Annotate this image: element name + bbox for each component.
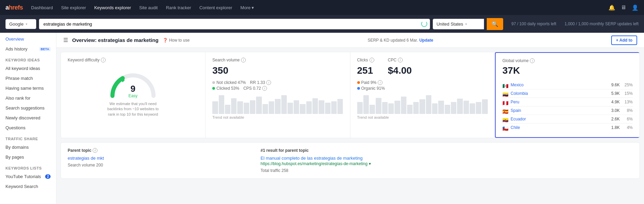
clicks-trend: Trend not available bbox=[357, 115, 488, 119]
logo: ahrefs bbox=[5, 4, 23, 11]
country-name[interactable]: Chile bbox=[511, 125, 612, 130]
display-icon[interactable]: 🖥 bbox=[621, 4, 626, 11]
sidebar-item-keyword-search[interactable]: Keyword Search bbox=[0, 181, 56, 191]
rr-info-icon[interactable]: i bbox=[266, 80, 271, 85]
search-button[interactable]: 🔍 bbox=[487, 18, 503, 30]
country-name[interactable]: Spain bbox=[511, 108, 612, 113]
sidebar-item-also-rank-for[interactable]: Also rank for bbox=[0, 93, 56, 103]
add-to-button[interactable]: + Add to bbox=[611, 35, 637, 45]
country-percent: 25% bbox=[622, 83, 633, 87]
sidebar-item-by-pages[interactable]: By pages bbox=[0, 152, 56, 162]
sidebar-item-having-same-terms[interactable]: Having same terms bbox=[0, 83, 56, 93]
paid-dot bbox=[357, 81, 360, 84]
sidebar-ads-history-label: Ads history bbox=[5, 46, 27, 52]
sidebar-item-questions[interactable]: Questions bbox=[0, 123, 56, 133]
sidebar-also-rank-for-label: Also rank for bbox=[5, 96, 30, 101]
nav-rank-tracker[interactable]: Rank tracker bbox=[166, 5, 191, 10]
country-percent: 15% bbox=[622, 91, 633, 96]
paid-stat: Paid 9% i bbox=[357, 80, 488, 85]
country-flag: 🇲🇽 bbox=[502, 83, 508, 87]
organic-stat: Organic 91% bbox=[357, 86, 488, 91]
result-label: #1 result for parent topic bbox=[260, 148, 633, 153]
question-icon: ❓ bbox=[163, 38, 168, 43]
update-link[interactable]: Update bbox=[419, 38, 433, 43]
sidebar-item-ads-history[interactable]: Ads history BETA bbox=[0, 44, 56, 54]
cps-info-icon[interactable]: i bbox=[262, 86, 267, 91]
clicks-info-icon[interactable]: i bbox=[370, 58, 374, 62]
country-list: 🇲🇽 Mexico 9.6K 25% 🇨🇴 Colombia 5.9K 15% … bbox=[502, 81, 633, 132]
sidebar-phrase-match-label: Phrase match bbox=[5, 76, 33, 81]
country-flag: 🇪🇨 bbox=[502, 117, 508, 121]
not-clicked-dot bbox=[212, 81, 215, 84]
country-name[interactable]: Colombia bbox=[511, 91, 612, 96]
country-value: 1.8K bbox=[611, 125, 620, 130]
nav-dashboard[interactable]: Dashboard bbox=[31, 5, 53, 10]
country-percent: 4% bbox=[622, 125, 633, 130]
country-row: 🇨🇱 Chile 1.8K 4% bbox=[502, 123, 633, 132]
menu-icon[interactable]: ☰ bbox=[63, 37, 68, 43]
keyword-difficulty-card: Keyword difficulty i 9 Easy bbox=[61, 52, 205, 138]
daily-reports-stat: 97 / 100 daily reports left bbox=[511, 21, 556, 26]
search-volume-value: 350 bbox=[212, 65, 343, 76]
monthly-serp-stat: 1,000 / 1,000 monthly SERP updates left bbox=[564, 21, 639, 26]
nav-more[interactable]: More ▾ bbox=[240, 5, 254, 10]
global-volume-info-icon[interactable]: i bbox=[530, 58, 535, 63]
nav-site-explorer[interactable]: Site explorer bbox=[61, 5, 86, 10]
sidebar-item-all-keyword-ideas[interactable]: All keyword ideas bbox=[0, 63, 56, 73]
sidebar-newly-discovered-label: Newly discovered bbox=[5, 115, 40, 120]
how-to-use-label: How to use bbox=[169, 38, 190, 43]
parent-topic-left: Parent topic i estrategias de mkt Search… bbox=[68, 148, 254, 173]
country-row: 🇪🇨 Ecuador 2.6K 6% bbox=[502, 115, 633, 123]
user-icon[interactable]: 👤 bbox=[632, 4, 639, 11]
sidebar-search-suggestions-label: Search suggestions bbox=[5, 105, 44, 111]
svg-text:9: 9 bbox=[131, 84, 135, 94]
page-title: Overview: estrategias de marketing bbox=[72, 37, 159, 43]
loading-icon bbox=[421, 21, 427, 27]
nav-content-explorer[interactable]: Content explorer bbox=[199, 5, 232, 10]
country-percent: 13% bbox=[622, 100, 633, 104]
sidebar-section-keywords-lists: Keywords lists bbox=[0, 162, 56, 172]
sidebar-item-search-suggestions[interactable]: Search suggestions bbox=[0, 103, 56, 113]
sidebar-item-by-domains[interactable]: By domains bbox=[0, 142, 56, 152]
nav-keywords-explorer[interactable]: Keywords explorer bbox=[94, 5, 131, 10]
search-volume-label: Search volume i bbox=[212, 58, 343, 62]
notification-icon[interactable]: 🔔 bbox=[608, 4, 615, 11]
country-name[interactable]: Mexico bbox=[511, 83, 612, 87]
result-title-link[interactable]: El manual completo de las estrategias de… bbox=[260, 156, 633, 161]
country-value: 4.9K bbox=[611, 100, 620, 104]
country-chevron: ▾ bbox=[465, 22, 467, 26]
sidebar-item-newly-discovered[interactable]: Newly discovered bbox=[0, 113, 56, 123]
paid-info-icon[interactable]: i bbox=[378, 80, 383, 85]
result-url[interactable]: https://blog.hubspot.es/marketing/estrat… bbox=[260, 161, 633, 166]
search-volume-info-icon[interactable]: i bbox=[241, 58, 246, 62]
clicks-card: Clicks i 251 CPC i $4.00 bbox=[350, 52, 495, 138]
metrics-grid: Keyword difficulty i 9 Easy bbox=[61, 52, 640, 138]
global-volume-label: Global volume i bbox=[502, 58, 633, 63]
main-content: ☰ Overview: estrategias de marketing ❓ H… bbox=[56, 33, 644, 204]
clicked-stat: Clicked 53% CPS 0.72 i bbox=[212, 86, 343, 91]
sidebar-item-phrase-match[interactable]: Phrase match bbox=[0, 73, 56, 83]
search-input[interactable] bbox=[39, 19, 430, 29]
country-value: 3.0K bbox=[611, 108, 620, 113]
how-to-use-link[interactable]: ❓ How to use bbox=[163, 38, 190, 43]
country-select[interactable]: United States ▾ bbox=[433, 19, 484, 29]
parent-topic-info-icon[interactable]: i bbox=[93, 148, 97, 153]
organic-dot bbox=[357, 87, 360, 90]
country-name[interactable]: Peru bbox=[511, 100, 612, 104]
nav-site-audit[interactable]: Site audit bbox=[139, 5, 158, 10]
cpc-info-icon[interactable]: i bbox=[398, 58, 403, 62]
sidebar-keyword-search-label: Keyword Search bbox=[5, 184, 38, 189]
gauge-wrap: 9 Easy We estimate that you'll need back… bbox=[68, 65, 198, 117]
sidebar-item-overview[interactable]: Overview bbox=[0, 34, 56, 44]
country-name[interactable]: Ecuador bbox=[511, 117, 612, 121]
keyword-difficulty-info-icon[interactable]: i bbox=[101, 58, 106, 62]
sidebar-item-youtube-tutorials[interactable]: YouTube Tutorials 2 bbox=[0, 172, 56, 181]
nav-icons: 🔔 🖥 👤 bbox=[608, 4, 639, 11]
parent-topic-link[interactable]: estrategias de mkt bbox=[68, 156, 104, 161]
engine-select[interactable]: Google ▾ bbox=[5, 19, 36, 29]
global-volume-card: Global volume i 37K 🇲🇽 Mexico 9.6K 25% 🇨… bbox=[495, 52, 640, 138]
clicks-label: Clicks i bbox=[357, 58, 374, 62]
gauge-description: We estimate that you'll need backlinks f… bbox=[106, 101, 160, 117]
country-row: 🇵🇪 Peru 4.9K 13% bbox=[502, 98, 633, 106]
cpc-label: CPC i bbox=[388, 58, 412, 62]
